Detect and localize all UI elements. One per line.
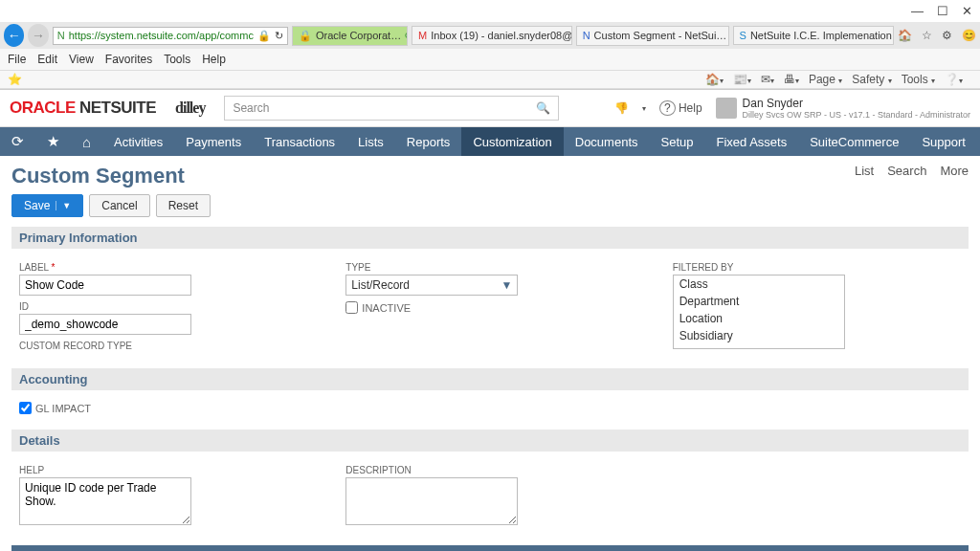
feedback-icon[interactable]: 👎 [614,101,629,115]
menu-help[interactable]: Help [202,53,226,66]
company-logo: dilley [175,99,205,117]
save-button[interactable]: Save▼ [11,194,83,217]
link-more[interactable]: More [940,164,969,178]
menu-tools[interactable]: Tools [164,53,190,66]
browser-tab-0[interactable]: 🔒Oracle Corporat… ⟳ [292,26,408,46]
window-close[interactable]: ✕ [962,4,972,18]
reset-button[interactable]: Reset [156,194,211,217]
menu-edit[interactable]: Edit [37,53,57,66]
user-role: Dilley Svcs OW SRP - US - v17.1 - Standa… [743,110,970,120]
subtab-translation[interactable]: Translation [660,545,740,551]
cmd-print-icon[interactable]: 🖶▾ [784,73,799,86]
help-label[interactable]: Help [679,101,702,115]
fav-star-icon[interactable]: ⭐ [8,73,22,86]
nav-star-icon[interactable]: ★ [35,127,71,156]
nav-support[interactable]: Support [910,127,977,156]
label-label: LABEL [19,262,307,273]
nav-suitecommerce[interactable]: SuiteCommerce [798,127,910,156]
nav-back[interactable]: ← [4,24,24,47]
ie-home-icon[interactable]: 🏠 [898,29,912,42]
address-bar[interactable]: N https://system.netsuite.com/app/commc … [53,27,288,45]
search-placeholder: Search [233,101,269,115]
cmd-home-icon[interactable]: 🏠▾ [705,73,724,86]
label-id: ID [19,301,307,312]
browser-menu-bar: File Edit View Favorites Tools Help [0,49,980,71]
inactive-checkbox[interactable] [345,301,358,314]
chevron-down-icon: ▼ [501,278,512,292]
subtab-validation[interactable]: Validation & Defaulting [210,545,348,551]
help-textarea[interactable] [19,477,191,525]
description-textarea[interactable] [345,477,518,525]
subtab-bar: Values Application & Sourcing Validation… [11,545,969,551]
nav-setup[interactable]: Setup [650,127,705,156]
glimpact-checkbox[interactable] [19,402,32,414]
type-select[interactable]: List/Record ▼ [345,275,518,296]
cmd-tools[interactable]: Tools ▾ [902,73,935,86]
section-primary-info: Primary Information [11,227,969,249]
label-crt: CUSTOM RECORD TYPE [19,341,307,351]
label-description: DESCRIPTION [345,465,634,475]
window-maximize[interactable]: ☐ [937,4,948,18]
nav-customization[interactable]: Customization [461,127,563,156]
nav-payments[interactable]: Payments [174,127,253,156]
filteredby-department[interactable]: Department [674,293,844,310]
link-list[interactable]: List [855,164,874,178]
filteredby-location[interactable]: Location [674,310,844,327]
nav-activities[interactable]: Activities [102,127,174,156]
browser-tab-2[interactable]: NCustom Segment - NetSui…✕ [576,26,729,46]
nav-lists[interactable]: Lists [346,127,395,156]
label-input[interactable] [19,275,191,296]
nav-documents[interactable]: Documents [564,127,650,156]
menu-favorites[interactable]: Favorites [105,53,152,66]
label-inactive: INACTIVE [362,302,411,314]
browser-tab-3[interactable]: SNetSuite I.C.E. Implemenation … [733,26,894,45]
ie-settings-icon[interactable]: ⚙ [942,29,952,42]
menu-file[interactable]: File [8,53,26,66]
filteredby-class[interactable]: Class [674,276,844,293]
label-filteredby: FILTERED BY [673,262,961,273]
refresh-icon[interactable]: ↻ [275,30,283,42]
subtab-values[interactable]: Values [11,545,71,551]
nav-fixedassets[interactable]: Fixed Assets [704,127,798,156]
cancel-button[interactable]: Cancel [89,194,149,217]
user-menu[interactable]: Dan Snyder Dilley Svcs OW SRP - US - v17… [716,97,970,120]
cmd-help-icon[interactable]: ❔▾ [945,73,963,86]
page-title: Custom Segment [11,164,185,188]
help-icon[interactable]: ? [659,100,676,116]
ie-user-icon[interactable]: 😊 [962,29,976,42]
subtab-permissions[interactable]: Permissions [347,545,433,551]
section-details: Details [11,430,969,452]
main-nav: ⟳ ★ ⌂ Activities Payments Transactions L… [0,127,980,156]
nav-transactions[interactable]: Transactions [253,127,346,156]
global-search[interactable]: Search 🔍 [224,96,559,121]
section-accounting: Accounting [11,368,969,390]
user-name: Dan Snyder [743,97,970,110]
cmd-page[interactable]: Page ▾ [809,73,842,86]
search-icon[interactable]: 🔍 [536,101,550,115]
ie-star-icon[interactable]: ☆ [922,29,932,42]
favorites-bar: ⭐ 🏠▾ 📰▾ ✉▾ 🖶▾ Page ▾ Safety ▾ Tools ▾ ❔▾ [0,71,980,89]
filteredby-list[interactable]: Class Department Location Subsidiary [673,275,845,349]
nav-reports[interactable]: Reports [395,127,462,156]
nav-forward: → [28,24,48,47]
id-input[interactable] [19,314,191,335]
subtab-depsegments[interactable]: Dependent Segments [434,545,568,551]
subtab-appsourcing[interactable]: Application & Sourcing [71,545,210,551]
browser-tab-1[interactable]: MInbox (19) - daniel.snyder08@… [412,26,572,45]
avatar [716,98,737,119]
subtab-displayorder[interactable]: Display Order [568,545,660,551]
link-search[interactable]: Search [887,164,926,178]
cmd-feeds-icon[interactable]: 📰▾ [733,73,751,86]
menu-view[interactable]: View [69,53,94,66]
tab-refresh-icon[interactable]: ⟳ [405,30,408,42]
label-help: HELP [19,465,307,475]
filteredby-subsidiary[interactable]: Subsidiary [674,327,844,344]
cmd-mail-icon[interactable]: ✉▾ [761,73,774,86]
label-type: TYPE [345,262,634,273]
window-minimize[interactable]: — [911,4,924,18]
nav-history-icon[interactable]: ⟳ [0,127,35,156]
address-url: https://system.netsuite.com/app/commc [69,30,254,41]
label-glimpact: GL IMPACT [35,403,91,414]
cmd-safety[interactable]: Safety ▾ [852,73,891,86]
nav-home-icon[interactable]: ⌂ [71,127,102,156]
